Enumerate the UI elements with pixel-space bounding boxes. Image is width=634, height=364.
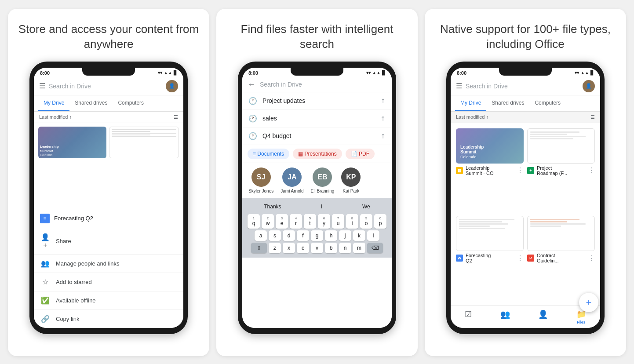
kb-key-w[interactable]: 2w <box>262 214 274 229</box>
list-view-icon-1[interactable]: ☰ <box>174 114 178 120</box>
file-card-forecasting[interactable]: W ForecastingQ2 ⋮ <box>456 216 524 300</box>
tabs-3: My Drive Shared drives Computers <box>451 95 600 112</box>
kb-key-e[interactable]: 3e <box>276 214 288 229</box>
kb-key-y[interactable]: 6y <box>318 214 330 229</box>
arrow-icon-1: ↗ <box>379 96 387 105</box>
panel-3-title: Native support for 100+ file types, incl… <box>434 22 617 52</box>
kb-key-b[interactable]: b <box>325 243 337 253</box>
kb-key-d[interactable]: d <box>283 230 295 241</box>
file-card-contract[interactable]: P ContractGuidelin... ⋮ <box>527 216 595 300</box>
chip-documents[interactable]: ≡ Documents <box>248 149 289 159</box>
kb-suggestion-2[interactable]: I <box>317 203 326 211</box>
kb-key-m[interactable]: m <box>353 243 365 253</box>
doc-line-1 <box>112 129 176 130</box>
kb-key-u[interactable]: 7u <box>332 214 344 229</box>
chip-presentations[interactable]: ▦ Presentations <box>293 149 342 159</box>
search-text-1[interactable]: Search in Drive <box>49 83 162 90</box>
kb-key-v[interactable]: v <box>311 243 323 253</box>
search-bar-1[interactable]: ☰ Search in Drive 👤 <box>34 77 183 95</box>
thumb-doc-1[interactable] <box>109 127 179 158</box>
main-container: Store and access your content from anywh… <box>0 0 634 364</box>
suggestion-2[interactable]: 🕐 sales ↗ <box>242 110 392 127</box>
person-kai[interactable]: KP Kai Park <box>341 167 361 193</box>
kb-key-f[interactable]: f <box>297 230 309 241</box>
thumb-leadership-1[interactable]: LeadershipSummit Colorado <box>38 127 106 158</box>
person-eli[interactable]: EB Eli Branning <box>311 167 335 193</box>
home-icon: ☑ <box>465 309 472 319</box>
search-text-3[interactable]: Search in Drive <box>466 83 579 90</box>
nav-item-people[interactable]: 👤 <box>538 309 548 324</box>
kb-suggestion-3[interactable]: We <box>359 203 374 211</box>
kb-key-h[interactable]: h <box>325 230 337 241</box>
fab-button[interactable]: + <box>579 293 598 312</box>
kb-suggestion-1[interactable]: Thanks <box>260 203 284 211</box>
file-card-leadership[interactable]: LeadershipSummitColorado ▦ LeadershipSum… <box>456 128 524 213</box>
menu-item-star[interactable]: ☆ Add to starred <box>34 273 183 291</box>
kb-key-s[interactable]: s <box>269 230 281 241</box>
clock-icon-2: 🕐 <box>248 114 257 123</box>
kb-key-o[interactable]: 9o <box>360 214 372 229</box>
search-bar-2[interactable]: ← Search in Drive <box>242 77 392 92</box>
suggestion-text-1: Project updates <box>262 97 375 104</box>
file-more-contract[interactable]: ⋮ <box>588 254 595 262</box>
bottom-nav-3: ☑ 👥 👤 📁 Files <box>451 306 600 328</box>
file-more-forecasting[interactable]: ⋮ <box>517 254 524 262</box>
file-thumb-leadership: LeadershipSummitColorado <box>456 128 524 164</box>
hamburger-icon-1[interactable]: ☰ <box>39 82 45 90</box>
nav-item-shared[interactable]: 👥 <box>500 309 510 324</box>
menu-item-manage[interactable]: 👥 Manage people and links <box>34 255 183 273</box>
kb-key-n[interactable]: n <box>339 243 351 253</box>
list-view-icon-3[interactable]: ☰ <box>590 114 595 120</box>
file-thumb-forecasting <box>456 216 524 251</box>
menu-item-offline[interactable]: ✅ Available offline <box>34 291 183 309</box>
suggestion-3[interactable]: 🕐 Q4 budget ↗ <box>242 127 392 145</box>
kb-key-r[interactable]: 4r <box>290 214 302 229</box>
file-thumb-contract <box>527 216 595 251</box>
avatar-3[interactable]: 👤 <box>583 80 595 92</box>
kb-key-a[interactable]: a <box>255 230 267 241</box>
avatar-1[interactable]: 👤 <box>166 80 178 92</box>
file-label-contract: P ContractGuidelin... ⋮ <box>527 253 595 263</box>
tab-shared-drives-1[interactable]: Shared drives <box>69 95 113 111</box>
name-eli: Eli Branning <box>311 189 335 193</box>
kb-key-j[interactable]: j <box>339 230 351 241</box>
kb-key-shift[interactable]: ⇧ <box>251 243 267 253</box>
search-text-2[interactable]: Search in Drive <box>260 81 386 88</box>
thumb-leadership-sub-1: Colorado <box>40 153 105 157</box>
kb-key-k[interactable]: k <box>353 230 365 241</box>
kb-key-i[interactable]: 8i <box>346 214 358 229</box>
kb-key-backspace[interactable]: ⌫ <box>367 243 383 253</box>
kb-key-x[interactable]: x <box>283 243 295 253</box>
doc-line-2 <box>112 131 150 132</box>
nav-item-home[interactable]: ☑ <box>465 309 472 324</box>
doc-icon-1: ≡ <box>40 214 50 223</box>
kb-key-l[interactable]: l <box>367 230 379 241</box>
kb-key-p[interactable]: 0p <box>374 214 386 229</box>
search-bar-3[interactable]: ☰ Search in Drive 👤 <box>451 77 600 95</box>
nav-item-files[interactable]: 📁 Files <box>576 309 586 324</box>
tab-shared-drives-3[interactable]: Shared drives <box>486 95 529 111</box>
phone-2: 8:00 ▾▾ ▲▲ ▊ ← Search in Drive 🕐 <box>238 62 396 334</box>
kb-key-z[interactable]: z <box>269 243 281 253</box>
tab-my-drive-1[interactable]: My Drive <box>38 95 69 111</box>
tab-computers-1[interactable]: Computers <box>113 95 149 111</box>
avatar-jami: JA <box>282 167 302 187</box>
back-arrow-icon[interactable]: ← <box>248 80 255 89</box>
kb-key-q[interactable]: 1q <box>248 214 260 229</box>
menu-item-share[interactable]: 👤+ Share <box>34 228 183 254</box>
suggestion-1[interactable]: 🕐 Project updates ↗ <box>242 92 392 110</box>
tab-computers-3[interactable]: Computers <box>529 95 566 111</box>
search-suggestions: 🕐 Project updates ↗ 🕐 sales ↗ 🕐 Q4 budge… <box>242 92 392 328</box>
person-skyler[interactable]: SJ Skyler Jones <box>248 167 273 193</box>
file-card-roadmap[interactable]: + ProjectRoadmap (F... ⋮ <box>527 128 595 213</box>
file-more-leadership[interactable]: ⋮ <box>517 166 524 175</box>
menu-item-copy[interactable]: 🔗 Copy link <box>34 310 183 328</box>
person-jami[interactable]: JA Jami Arnold <box>281 167 303 193</box>
kb-key-t[interactable]: 5t <box>304 214 316 229</box>
kb-key-g[interactable]: g <box>311 230 323 241</box>
chip-pdf[interactable]: 📄 PDF <box>346 149 375 159</box>
file-more-roadmap[interactable]: ⋮ <box>588 166 595 175</box>
kb-key-c[interactable]: c <box>297 243 309 253</box>
tab-my-drive-3[interactable]: My Drive <box>455 95 486 111</box>
hamburger-icon-3[interactable]: ☰ <box>456 82 462 90</box>
